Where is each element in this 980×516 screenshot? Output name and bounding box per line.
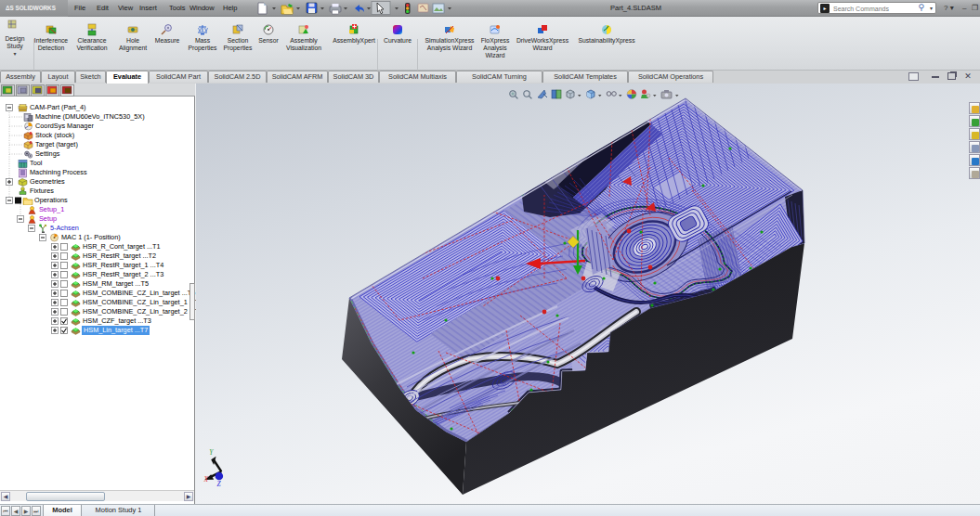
svg-text:Y: Y — [209, 448, 214, 457]
svg-text:X: X — [203, 475, 208, 484]
svg-text:Z: Z — [216, 480, 221, 488]
